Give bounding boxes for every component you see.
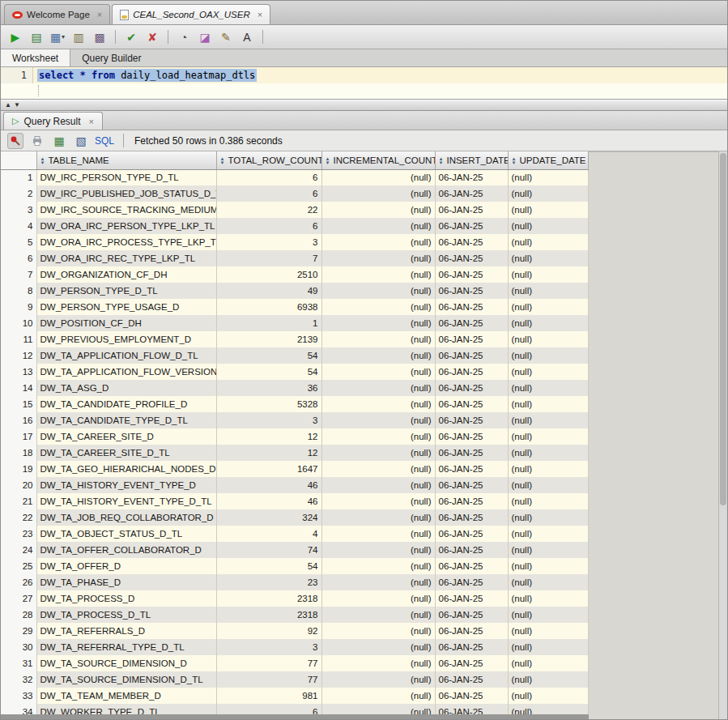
table-row[interactable]: 29DW_TA_REFERRALS_D92(null)06-JAN-25(nul… [1, 623, 588, 639]
scrollbar-thumb[interactable] [720, 153, 726, 505]
table-row[interactable]: 15DW_TA_CANDIDATE_PROFILE_D5328(null)06-… [1, 396, 588, 412]
cell-total-row-count[interactable]: 77 [216, 671, 321, 688]
tab-worksheet-ceal-second-oax-user[interactable]: CEAL_Second_OAX_USER × [112, 4, 270, 24]
cell-total-row-count[interactable]: 74 [216, 542, 321, 558]
cell-total-row-count[interactable]: 4 [216, 526, 321, 542]
close-icon[interactable]: × [97, 10, 102, 19]
cell-update-date[interactable]: (null) [508, 169, 588, 185]
print-icon[interactable] [29, 133, 45, 149]
cell-insert-date[interactable]: 06-JAN-25 [435, 526, 508, 542]
cell-incremental-count[interactable]: (null) [321, 542, 435, 558]
cell-insert-date[interactable]: 06-JAN-25 [435, 461, 508, 477]
cell-table-name[interactable]: DW_POSITION_CF_DH [36, 315, 216, 331]
cell-incremental-count[interactable]: (null) [321, 574, 435, 590]
cell-incremental-count[interactable]: (null) [321, 558, 435, 574]
cell-insert-date[interactable]: 06-JAN-25 [435, 315, 508, 331]
cell-update-date[interactable]: (null) [508, 655, 588, 671]
cell-table-name[interactable]: DW_TA_CANDIDATE_TYPE_D_TL [36, 412, 216, 428]
rollback-icon[interactable]: ✘ [143, 28, 161, 46]
cell-incremental-count[interactable]: (null) [321, 671, 435, 688]
cell-table-name[interactable]: DW_TA_OFFER_D [36, 558, 216, 574]
cell-insert-date[interactable]: 06-JAN-25 [435, 234, 508, 250]
table-row[interactable]: 25DW_TA_OFFER_D54(null)06-JAN-25(null) [1, 558, 588, 574]
table-row[interactable]: 8DW_PERSON_TYPE_D_TL49(null)06-JAN-25(nu… [1, 283, 588, 299]
table-row[interactable]: 31DW_TA_SOURCE_DIMENSION_D77(null)06-JAN… [1, 655, 588, 671]
cell-table-name[interactable]: DW_TA_SOURCE_DIMENSION_D [36, 655, 216, 671]
cell-total-row-count[interactable]: 6 [216, 218, 321, 234]
editor-line-1[interactable]: 1 select * from daily_load_heatmap_dtls [1, 67, 727, 83]
cell-total-row-count[interactable]: 2510 [216, 266, 321, 283]
cell-insert-date[interactable]: 06-JAN-25 [435, 396, 508, 412]
cell-table-name[interactable]: DW_TA_APPLICATION_FLOW_VERSION_D [36, 364, 216, 380]
cell-table-name[interactable]: DW_ORA_IRC_PERSON_TYPE_LKP_TL [36, 218, 216, 234]
tab-query-result[interactable]: ▷ Query Result × [3, 112, 103, 130]
cell-table-name[interactable]: DW_TA_APPLICATION_FLOW_D_TL [36, 347, 216, 364]
cell-total-row-count[interactable]: 49 [216, 283, 321, 299]
cell-insert-date[interactable]: 06-JAN-25 [435, 202, 508, 218]
table-row[interactable]: 18DW_TA_CAREER_SITE_D_TL12(null)06-JAN-2… [1, 445, 588, 461]
cell-insert-date[interactable]: 06-JAN-25 [435, 347, 508, 364]
tab-query-builder[interactable]: Query Builder [70, 49, 152, 66]
cell-update-date[interactable]: (null) [508, 283, 588, 299]
cell-update-date[interactable]: (null) [508, 688, 588, 704]
cell-incremental-count[interactable]: (null) [321, 607, 435, 623]
cell-insert-date[interactable]: 06-JAN-25 [435, 331, 508, 347]
cell-insert-date[interactable]: 06-JAN-25 [435, 445, 508, 461]
cell-update-date[interactable]: (null) [508, 574, 588, 590]
cell-incremental-count[interactable]: (null) [321, 283, 435, 299]
panel-splitter[interactable]: ▲ ▼ [1, 100, 727, 111]
cell-table-name[interactable]: DW_TA_HISTORY_EVENT_TYPE_D_TL [36, 493, 216, 509]
cell-table-name[interactable]: DW_TA_GEO_HIERARICHAL_NODES_D [36, 461, 216, 477]
cell-total-row-count[interactable]: 36 [216, 380, 321, 396]
fetch-all-icon[interactable]: ▦ [51, 133, 67, 149]
table-row[interactable]: 1DW_IRC_PERSON_TYPE_D_TL6(null)06-JAN-25… [1, 169, 588, 185]
case-toggle-icon[interactable]: A [238, 28, 256, 46]
cell-update-date[interactable]: (null) [508, 347, 588, 364]
cell-total-row-count[interactable]: 12 [216, 445, 321, 461]
table-row[interactable]: 9DW_PERSON_TYPE_USAGE_D6938(null)06-JAN-… [1, 299, 588, 315]
cell-total-row-count[interactable]: 23 [216, 574, 321, 590]
cell-total-row-count[interactable]: 54 [216, 347, 321, 364]
cell-total-row-count[interactable]: 981 [216, 688, 321, 704]
commit-icon[interactable]: ✔ [122, 28, 140, 46]
edit-icon[interactable]: ✎ [217, 28, 235, 46]
clear-icon[interactable]: ◪ [196, 28, 214, 46]
cell-incremental-count[interactable]: (null) [321, 169, 435, 185]
table-row[interactable]: 4DW_ORA_IRC_PERSON_TYPE_LKP_TL6(null)06-… [1, 218, 588, 234]
pin-icon[interactable] [7, 133, 23, 149]
cell-insert-date[interactable]: 06-JAN-25 [435, 477, 508, 493]
cell-insert-date[interactable]: 06-JAN-25 [435, 169, 508, 185]
table-row[interactable]: 19DW_TA_GEO_HIERARICHAL_NODES_D1647(null… [1, 461, 588, 477]
cell-incremental-count[interactable]: (null) [321, 266, 435, 283]
cell-total-row-count[interactable]: 22 [216, 202, 321, 218]
cell-table-name[interactable]: DW_IRC_PUBLISHED_JOB_STATUS_D_TL [36, 185, 216, 202]
cell-table-name[interactable]: DW_TA_OBJECT_STATUS_D_TL [36, 526, 216, 542]
cell-table-name[interactable]: DW_ORA_IRC_PROCESS_TYPE_LKP_TL [36, 234, 216, 250]
cell-incremental-count[interactable]: (null) [321, 299, 435, 315]
cell-total-row-count[interactable]: 2139 [216, 331, 321, 347]
cell-total-row-count[interactable]: 3 [216, 639, 321, 655]
cell-incremental-count[interactable]: (null) [321, 623, 435, 639]
close-icon[interactable]: × [258, 10, 262, 19]
run-script-icon[interactable]: ▤ [28, 28, 45, 46]
cell-incremental-count[interactable]: (null) [321, 396, 435, 412]
cell-incremental-count[interactable]: (null) [321, 477, 435, 493]
cell-incremental-count[interactable]: (null) [321, 590, 435, 607]
cell-incremental-count[interactable]: (null) [321, 185, 435, 202]
cell-update-date[interactable]: (null) [508, 331, 588, 347]
cell-total-row-count[interactable]: 6 [216, 185, 321, 202]
table-row[interactable]: 26DW_TA_PHASE_D23(null)06-JAN-25(null) [1, 574, 588, 590]
column-header-total-row-count[interactable]: ▲▼TOTAL_ROW_COUNT [216, 151, 321, 169]
cell-insert-date[interactable]: 06-JAN-25 [435, 380, 508, 396]
tab-welcome-page[interactable]: Welcome Page × [4, 4, 110, 24]
cell-incremental-count[interactable]: (null) [321, 428, 435, 445]
cell-total-row-count[interactable]: 7 [216, 250, 321, 266]
cell-incremental-count[interactable]: (null) [321, 639, 435, 655]
table-row[interactable]: 12DW_TA_APPLICATION_FLOW_D_TL54(null)06-… [1, 347, 588, 364]
cell-table-name[interactable]: DW_TA_CANDIDATE_PROFILE_D [36, 396, 216, 412]
table-row[interactable]: 13DW_TA_APPLICATION_FLOW_VERSION_D54(nul… [1, 364, 588, 380]
cell-update-date[interactable]: (null) [508, 315, 588, 331]
cell-update-date[interactable]: (null) [508, 266, 588, 283]
cell-incremental-count[interactable]: (null) [321, 347, 435, 364]
cell-update-date[interactable]: (null) [508, 477, 588, 493]
